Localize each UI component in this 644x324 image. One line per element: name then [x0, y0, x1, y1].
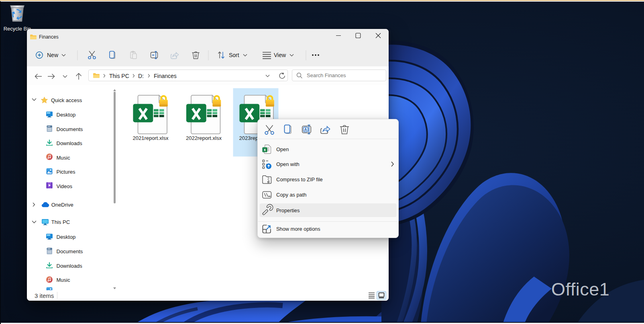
svg-text:Pictures: Pictures [57, 169, 75, 175]
svg-text:Compress to ZIP file: Compress to ZIP file [276, 176, 323, 183]
svg-text:This PC: This PC [109, 73, 129, 79]
svg-text:Finances: Finances [154, 73, 177, 79]
svg-text:Videos: Videos [57, 183, 73, 189]
svg-text:Copy as path: Copy as path [276, 192, 306, 198]
svg-text:Music: Music [57, 277, 70, 283]
svg-text:x: x [264, 147, 266, 152]
svg-text:View: View [274, 52, 286, 58]
svg-text:Documents: Documents [57, 126, 83, 132]
svg-text:Music: Music [57, 155, 70, 161]
svg-text:Show more options: Show more options [276, 226, 320, 232]
svg-text:OneDrive: OneDrive [51, 202, 73, 208]
svg-text:Open with: Open with [276, 161, 300, 167]
svg-text:Downloads: Downloads [57, 140, 83, 146]
svg-text:New: New [47, 52, 59, 58]
svg-text:Quick access: Quick access [51, 97, 82, 103]
svg-text:Desktop: Desktop [57, 234, 76, 240]
svg-text:Desktop: Desktop [57, 112, 76, 118]
svg-text:Sort: Sort [229, 52, 239, 58]
svg-text:A: A [304, 127, 307, 132]
svg-text:D:: D: [138, 73, 144, 79]
svg-text:Downloads: Downloads [57, 263, 83, 269]
svg-text:This PC: This PC [51, 219, 70, 225]
svg-text:Open: Open [276, 146, 289, 152]
svg-text:Properties: Properties [276, 207, 300, 213]
svg-text:2021report.xlsx: 2021report.xlsx [133, 135, 169, 141]
svg-text:2022report.xlsx: 2022report.xlsx [186, 135, 222, 141]
svg-text:Documents: Documents [57, 248, 83, 254]
